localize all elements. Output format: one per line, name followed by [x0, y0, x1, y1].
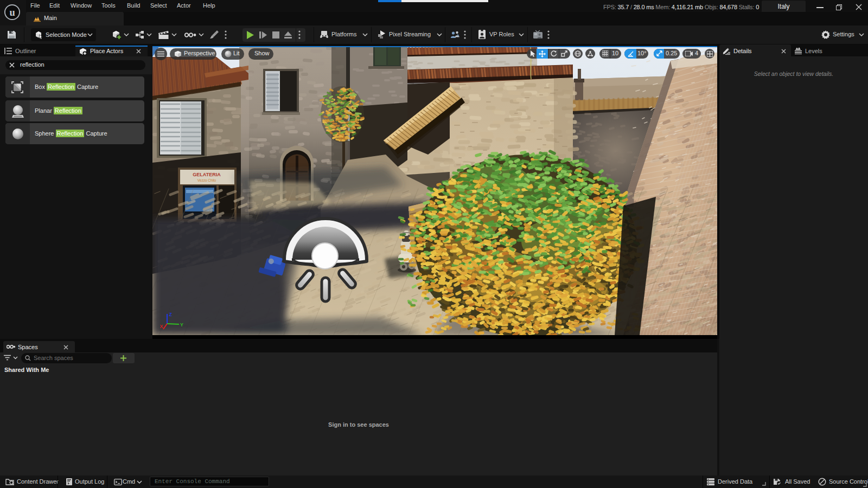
svg-text:Z: Z [169, 312, 172, 317]
svg-text:X: X [160, 324, 163, 329]
svg-text:u: u [9, 7, 15, 18]
svg-text:GELATERIA: GELATERIA [193, 172, 221, 177]
svg-text:Y: Y [180, 322, 183, 328]
svg-text:Vezzo Chilo: Vezzo Chilo [197, 178, 216, 182]
